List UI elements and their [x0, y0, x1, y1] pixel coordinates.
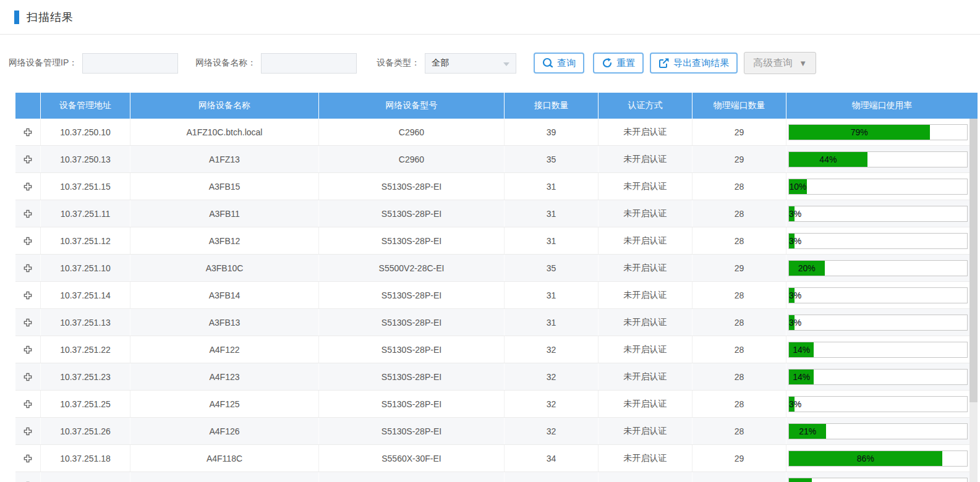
- cell-device-name: A3FB11: [130, 200, 318, 227]
- cell-expand: [15, 119, 40, 145]
- expand-row-button[interactable]: [22, 371, 33, 383]
- device-ip-input[interactable]: [82, 53, 178, 74]
- cell-device-name: A1FZ13: [130, 146, 318, 172]
- cell-expand: [15, 418, 40, 444]
- table-row: [15, 472, 969, 482]
- usage-bar-fill: 20%: [789, 261, 825, 276]
- cell-auth-mode: 未开启认证: [598, 173, 692, 200]
- usage-bar: 3%: [788, 315, 968, 331]
- cell-expand: [15, 391, 40, 417]
- column-header-3: 网络设备型号: [318, 93, 504, 119]
- plus-icon: [23, 399, 33, 409]
- cell-device-name: A1FZ10C.btch.local: [130, 119, 318, 145]
- table-row: 10.37.251.11A3FB11S5130S-28P-EI31未开启认证28…: [15, 200, 969, 227]
- reset-button-label: 重置: [616, 57, 635, 69]
- cell-device-name: A4F125: [130, 391, 318, 417]
- cell-expand: [15, 472, 40, 482]
- query-button[interactable]: 查询: [534, 53, 584, 74]
- cell-device-model: S5130S-28P-EI: [318, 173, 504, 200]
- cell-device-ip: [40, 472, 130, 482]
- usage-percent-label: 3%: [789, 209, 801, 219]
- scan-results-table: 设备管理地址网络设备名称网络设备型号接口数量认证方式物理端口数量物理端口使用率 …: [15, 93, 978, 482]
- cell-expand: [15, 282, 40, 308]
- expand-row-button[interactable]: [22, 154, 33, 165]
- cell-device-ip: 10.37.251.10: [40, 255, 130, 281]
- cell-port-count: 28: [692, 391, 786, 417]
- expand-row-button[interactable]: [22, 127, 33, 138]
- table-row: 10.37.251.26A4F126S5130S-28P-EI32未开启认证28…: [15, 418, 969, 445]
- cell-port-count: 28: [692, 418, 786, 444]
- cell-device-name: A3FB13: [130, 309, 318, 336]
- expand-row-button[interactable]: [22, 344, 33, 355]
- device-name-input[interactable]: [261, 53, 357, 74]
- cell-device-name: A3FB15: [130, 173, 318, 200]
- cell-auth-mode: 未开启认证: [598, 363, 692, 390]
- scrollbar-thumb[interactable]: [969, 119, 978, 402]
- advanced-query-button[interactable]: 高级查询 ▼: [744, 52, 816, 74]
- usage-percent-label: 44%: [819, 154, 837, 164]
- cell-auth-mode: [598, 472, 692, 482]
- usage-bar: 10%: [788, 179, 968, 195]
- cell-device-model: C2960: [318, 146, 504, 172]
- cell-device-ip: 10.37.251.13: [40, 309, 130, 336]
- cell-port-usage: 21%: [786, 418, 969, 444]
- usage-bar: 86%: [788, 450, 968, 467]
- cell-port-usage: 10%: [786, 173, 969, 200]
- cell-expand: [15, 336, 40, 363]
- export-button-label: 导出查询结果: [673, 57, 729, 69]
- usage-bar-fill: 3%: [789, 397, 795, 412]
- expand-row-button[interactable]: [22, 426, 33, 437]
- plus-icon: [23, 372, 33, 382]
- cell-port-count: [692, 472, 786, 482]
- plus-icon: [23, 154, 33, 164]
- device-type-selected-value: 全部: [432, 57, 449, 69]
- cell-auth-mode: 未开启认证: [598, 119, 692, 145]
- plus-icon: [23, 454, 33, 463]
- usage-bar: 14%: [788, 369, 968, 385]
- cell-port-usage: 3%: [786, 309, 969, 336]
- vertical-scrollbar[interactable]: [969, 119, 978, 482]
- cell-expand: [15, 255, 40, 281]
- expand-row-button[interactable]: [22, 399, 33, 410]
- column-header-5: 认证方式: [598, 93, 692, 119]
- cell-auth-mode: 未开启认证: [598, 336, 692, 363]
- expand-row-button[interactable]: [22, 208, 33, 219]
- cell-device-ip: 10.37.251.12: [40, 227, 130, 254]
- column-header-1: 设备管理地址: [40, 93, 130, 119]
- expand-row-button[interactable]: [22, 480, 33, 482]
- cell-interface-count: 31: [504, 282, 598, 308]
- usage-percent-label: 3%: [789, 318, 801, 328]
- device-type-select[interactable]: 全部: [425, 53, 516, 74]
- cell-device-ip: 10.37.251.25: [40, 391, 130, 417]
- cell-port-count: 29: [692, 119, 786, 145]
- expand-row-button[interactable]: [22, 317, 33, 328]
- cell-port-count: 29: [692, 146, 786, 172]
- usage-bar-fill: 3%: [789, 206, 795, 221]
- filter-bar: 网络设备管理IP： 网络设备名称： 设备类型： 全部 查询 重置 导出查询结果 …: [0, 35, 980, 91]
- usage-bar: 3%: [788, 233, 968, 249]
- expand-row-button[interactable]: [22, 181, 33, 192]
- reset-button[interactable]: 重置: [593, 53, 644, 74]
- advanced-query-label: 高级查询: [753, 57, 793, 70]
- cell-port-usage: 20%: [786, 255, 969, 281]
- expand-row-button[interactable]: [22, 290, 33, 301]
- cell-expand: [15, 173, 40, 200]
- expand-row-button[interactable]: [22, 235, 33, 247]
- cell-device-ip: 10.37.251.23: [40, 363, 130, 390]
- usage-bar-fill: 14%: [789, 342, 814, 357]
- cell-port-count: 29: [692, 445, 786, 471]
- expand-row-button[interactable]: [22, 263, 33, 274]
- expand-row-button[interactable]: [22, 453, 33, 464]
- usage-bar: 20%: [788, 260, 968, 276]
- usage-percent-label: 86%: [857, 454, 874, 463]
- column-header-6: 物理端口数量: [692, 93, 786, 119]
- table-row: 10.37.250.10A1FZ10C.btch.localC296039未开启…: [15, 119, 969, 146]
- cell-device-model: S5500V2-28C-EI: [318, 255, 504, 281]
- export-results-button[interactable]: 导出查询结果: [650, 53, 738, 74]
- cell-interface-count: 39: [504, 119, 598, 145]
- cell-expand: [15, 445, 40, 471]
- usage-percent-label: 20%: [798, 263, 816, 273]
- cell-port-usage: 3%: [786, 391, 969, 417]
- cell-interface-count: 31: [504, 200, 598, 227]
- cell-device-ip: 10.37.251.26: [40, 418, 130, 444]
